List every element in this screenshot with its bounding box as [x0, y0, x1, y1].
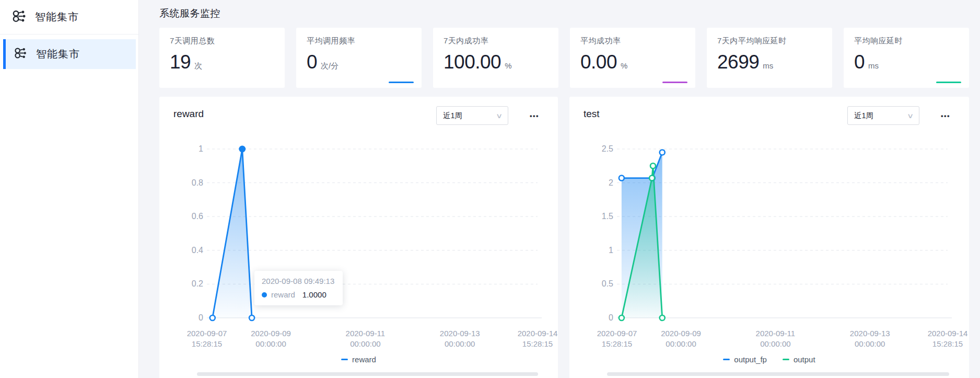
stat-card-value: 0 — [307, 51, 317, 73]
chart-card-reward: reward近1周∨•••10.80.60.40.202020-09-0715:… — [159, 97, 558, 378]
x-axis-tick-label: 2020-09-1100:00:00 — [746, 328, 804, 350]
stat-card: 平均调用频率0次/分 — [296, 28, 422, 88]
x-tick-date: 2020-09-11 — [746, 328, 804, 339]
legend-item-reward[interactable]: reward — [341, 355, 376, 364]
tooltip-series-value: 1.0000 — [302, 290, 326, 299]
chevron-down-icon: ∨ — [496, 112, 503, 120]
stat-card: 平均成功率0.00% — [570, 28, 695, 88]
chart-legend: reward — [159, 355, 558, 364]
x-axis-tick-label: 2020-09-1300:00:00 — [431, 328, 488, 350]
stat-sparkline — [389, 82, 414, 83]
stat-value-row: 19次 — [170, 51, 274, 73]
x-tick-date: 2020-09-13 — [841, 328, 899, 339]
x-tick-date: 2020-09-07 — [588, 328, 646, 339]
more-options-button[interactable]: ••• — [526, 109, 543, 123]
range-select[interactable]: 近1周∨ — [847, 106, 919, 125]
tooltip-series-row: reward1.0000 — [262, 290, 334, 299]
chart-plot — [601, 139, 966, 327]
x-axis-tick-label: 2020-09-1415:28:15 — [509, 328, 558, 350]
legend-color-dash — [783, 359, 789, 361]
stat-card-label: 平均成功率 — [580, 36, 685, 46]
x-axis-tick-label: 2020-09-0715:28:15 — [588, 328, 646, 350]
x-tick-time: 00:00:00 — [242, 339, 300, 349]
app-title: 智能集市 — [35, 10, 79, 24]
stat-card: 7天调用总数19次 — [159, 28, 285, 88]
stat-card-unit: 次/分 — [321, 61, 339, 71]
x-axis-tick-label: 2020-09-1300:00:00 — [841, 328, 899, 350]
x-axis-tick-label: 2020-09-0900:00:00 — [652, 328, 710, 350]
x-tick-time: 00:00:00 — [746, 339, 804, 349]
legend-label: output_fp — [734, 355, 767, 364]
stat-card-value: 19 — [170, 51, 191, 73]
x-axis-tick-label: 2020-09-0715:28:15 — [178, 328, 236, 350]
tooltip-timestamp: 2020-09-08 09:49:13 — [262, 277, 334, 285]
x-tick-date: 2020-09-14 — [509, 328, 558, 339]
stat-card-unit: % — [621, 61, 627, 70]
stat-card-unit: 次 — [194, 61, 202, 71]
stat-sparkline — [662, 82, 687, 83]
x-tick-time: 15:28:15 — [178, 339, 236, 349]
sidebar: 智能集市 智能集市 — [0, 0, 139, 378]
stat-value-row: 0ms — [854, 51, 959, 73]
stat-value-row: 0次/分 — [307, 51, 411, 73]
legend-color-dash — [723, 359, 730, 361]
stat-value-row: 100.00% — [444, 51, 548, 73]
x-tick-date: 2020-09-07 — [178, 328, 236, 339]
x-axis-tick-label: 2020-09-1415:28:15 — [919, 328, 969, 350]
chart-legend: output_fpoutput — [569, 355, 969, 364]
x-tick-date: 2020-09-09 — [242, 328, 300, 339]
page-title: 系统服务监控 — [159, 7, 220, 20]
smart-market-logo-icon — [11, 8, 27, 26]
horizontal-scrollbar[interactable] — [607, 372, 949, 376]
x-tick-time: 00:00:00 — [431, 339, 488, 349]
legend-item-output_fp[interactable]: output_fp — [723, 355, 767, 364]
range-select-value: 近1周 — [443, 111, 462, 121]
stat-card: 7天内平均响应延时2699ms — [707, 28, 832, 88]
stat-value-row: 0.00% — [580, 51, 685, 73]
more-options-button[interactable]: ••• — [937, 109, 954, 123]
x-tick-time: 00:00:00 — [841, 339, 899, 349]
stat-card-value: 100.00 — [444, 51, 501, 73]
chart-plot — [191, 139, 556, 327]
stat-card-value: 2699 — [717, 51, 759, 73]
range-select-value: 近1周 — [854, 111, 873, 121]
stat-card-label: 平均调用频率 — [307, 36, 411, 46]
x-axis-tick-label: 2020-09-1100:00:00 — [336, 328, 394, 350]
chart-title: test — [584, 108, 600, 120]
sidebar-item-smart-market[interactable]: 智能集市 — [3, 39, 136, 69]
tooltip-series-name: reward — [271, 290, 295, 299]
stat-card-label: 7天内成功率 — [444, 36, 548, 46]
x-tick-time: 15:28:15 — [919, 339, 969, 349]
legend-label: reward — [352, 355, 376, 364]
stat-card-value: 0 — [854, 51, 865, 73]
smart-market-icon — [14, 46, 28, 62]
chart-title: reward — [173, 108, 204, 120]
x-tick-date: 2020-09-11 — [336, 328, 394, 339]
chart-card-test: test近1周∨•••2.521.510.502020-09-0715:28:1… — [569, 97, 969, 378]
stat-value-row: 2699ms — [717, 51, 822, 73]
stat-card-label: 7天调用总数 — [170, 36, 274, 46]
stat-card-label: 平均响应延时 — [854, 36, 959, 46]
x-tick-date: 2020-09-14 — [919, 328, 969, 339]
horizontal-scrollbar[interactable] — [197, 372, 538, 376]
stat-card-unit: % — [505, 61, 511, 70]
x-tick-time: 15:28:15 — [588, 339, 646, 349]
chart-tooltip: 2020-09-08 09:49:13reward1.0000 — [254, 271, 343, 305]
stat-card: 7天内成功率100.00% — [433, 28, 558, 88]
stat-card-label: 7天内平均响应延时 — [717, 36, 822, 46]
stat-card-value: 0.00 — [580, 51, 617, 73]
stat-card-unit: ms — [868, 61, 879, 70]
stat-sparkline — [936, 82, 961, 83]
stat-card-unit: ms — [763, 61, 773, 70]
sidebar-item-label: 智能集市 — [36, 47, 80, 61]
legend-label: output — [794, 355, 815, 364]
legend-color-dash — [341, 359, 348, 361]
main-content: 系统服务监控 7天调用总数19次平均调用频率0次/分7天内成功率100.00%平… — [139, 0, 980, 378]
stat-card: 平均响应延时0ms — [844, 28, 969, 88]
range-select[interactable]: 近1周∨ — [436, 106, 508, 125]
x-tick-time: 00:00:00 — [652, 339, 710, 349]
stat-cards-row: 7天调用总数19次平均调用频率0次/分7天内成功率100.00%平均成功率0.0… — [159, 28, 969, 88]
legend-item-output[interactable]: output — [783, 355, 815, 364]
app-logo: 智能集市 — [0, 0, 138, 35]
x-tick-date: 2020-09-13 — [431, 328, 488, 339]
